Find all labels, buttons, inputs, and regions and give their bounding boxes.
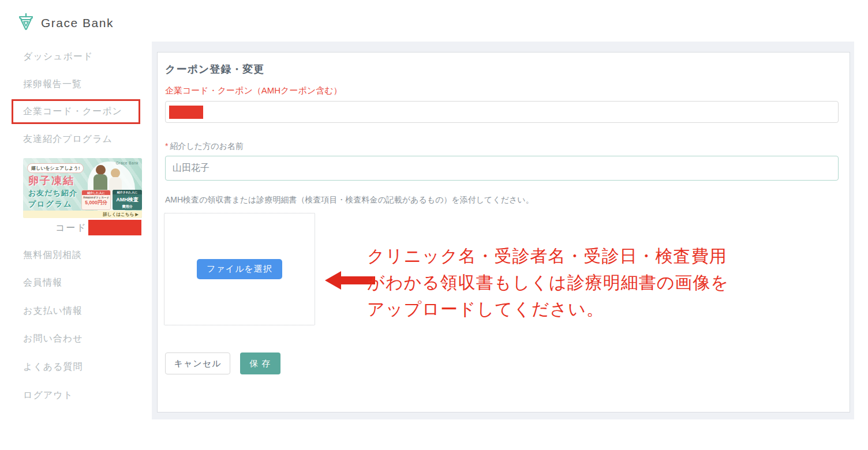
sidebar-item-friend-referral[interactable]: 友達紹介プログラム bbox=[23, 133, 113, 145]
coupon-form-card: クーポン登録・変更 企業コード・クーポン（AMHクーポン含む） *紹介した方のお… bbox=[157, 52, 850, 412]
banner-title-line2: お友だち紹介 bbox=[28, 188, 77, 198]
referral-program-banner[interactable]: 嬉しいをシェアしよう! 卵子凍結 お友だち紹介 プログラム Grace Bank… bbox=[23, 158, 142, 218]
required-asterisk: * bbox=[165, 141, 168, 151]
upload-annotation: クリニック名・受診者名・受診日・検査費用 がわかる領収書もしくは診療明細書の画像… bbox=[367, 243, 729, 322]
cancel-button[interactable]: キャンセル bbox=[165, 352, 230, 374]
banner-badge: 嬉しいをシェアしよう! bbox=[27, 163, 84, 173]
sidebar-item-faq[interactable]: よくある質問 bbox=[23, 361, 83, 373]
sidebar-item-payment-info[interactable]: お支払い情報 bbox=[23, 305, 83, 317]
select-file-button[interactable]: ファイルを選択 bbox=[197, 259, 282, 279]
annotation-line-3: アップロードしてください。 bbox=[367, 296, 729, 322]
banner-more-link[interactable]: 詳しくはこちら ▶ bbox=[103, 212, 139, 217]
content-area: クーポン登録・変更 企業コード・クーポン（AMHクーポン含む） *紹介した方のお… bbox=[152, 42, 854, 419]
referrer-name-label: *紹介した方のお名前 bbox=[165, 141, 244, 152]
banner-title-line3: プログラム bbox=[28, 199, 73, 209]
banner-reward-card-referrer: 紹介した人に Amazonギフトカード 5,000円分 bbox=[81, 190, 111, 210]
sidebar-item-member-info[interactable]: 会員情報 bbox=[23, 277, 62, 289]
coupon-code-redacted-value bbox=[169, 106, 203, 119]
annotation-line-1: クリニック名・受診者名・受診日・検査費用 bbox=[367, 243, 729, 269]
sidebar-item-contact[interactable]: お問い合わせ bbox=[23, 333, 83, 345]
banner-person-2 bbox=[111, 168, 120, 178]
sidebar-item-dashboard[interactable]: ダッシュボード bbox=[23, 51, 93, 63]
referrer-name-input[interactable] bbox=[165, 156, 839, 181]
code-redacted-value bbox=[88, 220, 141, 235]
sidebar-item-company-code-coupon[interactable]: 企業コード・クーポン bbox=[23, 106, 122, 118]
attachment-instruction: AMH検査の領収書または診療明細書（検査項目・検査料金の記載があるもの）を添付し… bbox=[165, 195, 534, 205]
banner-reward-card-referee: 紹介された人に AMH検査 費用分 bbox=[113, 190, 142, 210]
brand-logo[interactable]: Grace Bank bbox=[16, 12, 114, 35]
save-button[interactable]: 保 存 bbox=[240, 352, 280, 374]
grace-bank-icon bbox=[16, 12, 36, 35]
file-dropzone[interactable]: ファイルを選択 bbox=[164, 213, 315, 325]
banner-person-1 bbox=[96, 165, 106, 175]
page: Grace Bank ダッシュボード 採卵報告一覧 企業コード・クーポン 友達紹… bbox=[0, 0, 868, 450]
sidebar-item-company-code-coupon-highlight[interactable]: 企業コード・クーポン bbox=[12, 99, 140, 124]
brand-name: Grace Bank bbox=[41, 16, 114, 30]
annotation-line-2: がわかる領収書もしくは診療明細書の画像を bbox=[367, 269, 729, 296]
banner-footer-strip: 詳しくはこちら ▶ bbox=[23, 211, 142, 218]
banner-brand-small: Grace Bank bbox=[116, 161, 139, 165]
coupon-code-label: 企業コード・クーポン（AMHクーポン含む） bbox=[165, 85, 342, 96]
page-title: クーポン登録・変更 bbox=[165, 62, 264, 76]
banner-title-line1: 卵子凍結 bbox=[28, 174, 74, 187]
coupon-code-input[interactable] bbox=[165, 101, 839, 123]
sidebar-item-logout[interactable]: ログアウト bbox=[23, 389, 73, 402]
sidebar-item-egg-reports[interactable]: 採卵報告一覧 bbox=[23, 78, 82, 91]
sidebar-item-free-consultation[interactable]: 無料個別相談 bbox=[23, 249, 82, 261]
